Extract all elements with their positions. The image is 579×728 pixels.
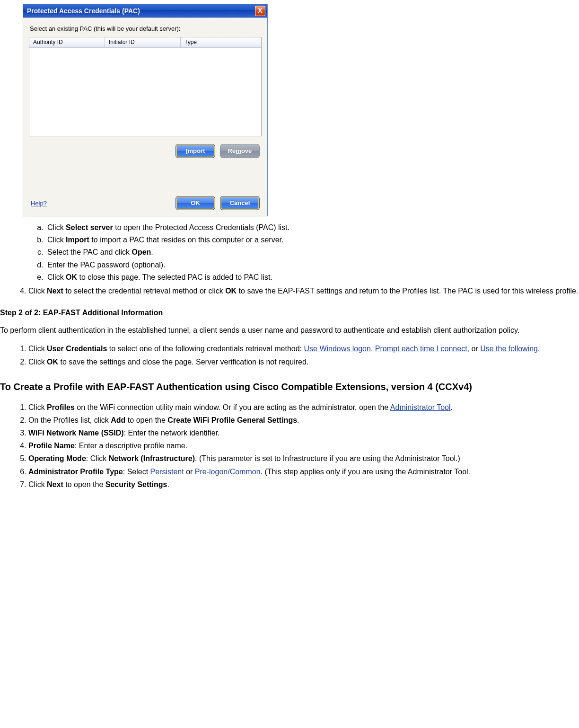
titlebar: Protected Access Credentials (PAC) X [23,4,267,18]
substep-b: Click Import to import a PAC that reside… [45,234,579,245]
step-4: Click Next to select the credential retr… [28,285,579,296]
pac-dialog: Protected Access Credentials (PAC) X Sel… [23,4,268,216]
import-button[interactable]: Import [175,144,215,158]
step2-item-1: Click User Credentials to select one of … [28,343,579,354]
listview-header: Authority ID Initiator ID Type [29,37,261,48]
ccx-item-2: On the Profiles list, click Add to open … [28,415,579,426]
cancel-button[interactable]: Cancel [220,196,260,210]
ccx-item-3: WiFi Network Name (SSID): Enter the netw… [28,427,579,438]
dialog-instruction: Select an existing PAC (this will be you… [30,25,261,32]
help-link[interactable]: Help? [31,200,47,207]
link-administrator-tool[interactable]: Administrator Tool [390,403,451,411]
ccx-item-6: Administrator Profile Type: Select Persi… [28,466,579,477]
ccx-item-7: Click Next to open the Security Settings… [28,479,579,490]
step-4-list: Click Next to select the credential retr… [0,285,579,296]
close-icon[interactable]: X [255,6,265,16]
sub-steps-a-e: Click Select server to open the Protecte… [0,222,579,283]
ccx-item-1: Click Profiles on the WiFi connection ut… [28,402,579,413]
ok-button[interactable]: OK [175,196,215,210]
step2-heading: Step 2 of 2: EAP-FAST Additional Informa… [0,309,579,317]
column-type[interactable]: Type [181,37,261,47]
ccxv4-heading: To Create a Profile with EAP-FAST Authen… [0,381,579,393]
link-use-windows-logon[interactable]: Use Windows logon [304,345,371,353]
step2-paragraph: To perform client authentication in the … [0,325,579,336]
dialog-title: Protected Access Credentials (PAC) [27,7,255,15]
column-initiator-id[interactable]: Initiator ID [105,37,181,47]
remove-button[interactable]: Remove [220,144,260,158]
link-persistent[interactable]: Persistent [150,468,184,476]
pac-listview[interactable]: Authority ID Initiator ID Type [29,37,262,136]
step2-item-2: Click OK to save the settings and close … [28,356,579,367]
link-use-the-following[interactable]: Use the following [480,345,538,353]
ccxv4-list: Click Profiles on the WiFi connection ut… [0,402,579,490]
substep-a: Click Select server to open the Protecte… [45,222,579,233]
substep-e: Click OK to close this page. The selecte… [45,272,579,283]
column-authority-id[interactable]: Authority ID [29,37,105,47]
link-prompt-each-time[interactable]: Prompt each time I connect [375,345,467,353]
ccx-item-5: Operating Mode: Click Network (Infrastru… [28,453,579,464]
substep-d: Enter the PAC password (optional). [45,259,579,270]
step2-list: Click User Credentials to select one of … [0,343,579,367]
substep-c: Select the PAC and click Open. [45,247,579,257]
link-prelogon-common[interactable]: Pre-logon/Common [195,468,261,476]
ccx-item-4: Profile Name: Enter a descriptive profil… [28,440,579,451]
